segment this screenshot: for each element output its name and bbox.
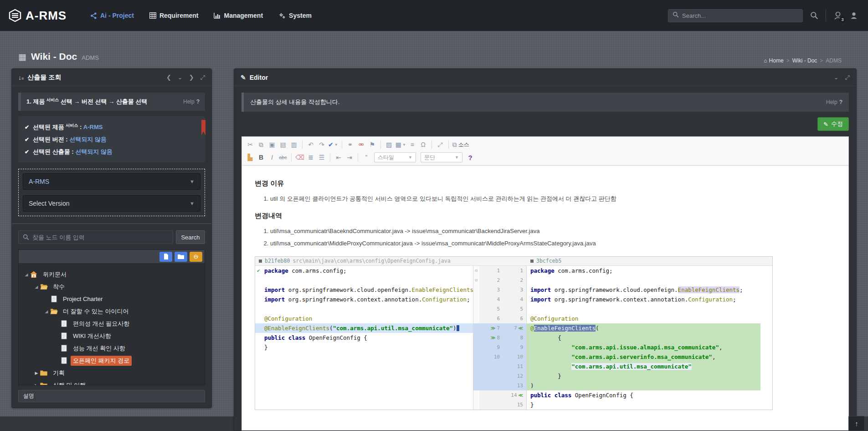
outdent-icon[interactable]: ⇤ (333, 152, 344, 162)
table-icon[interactable]: ▦▼ (395, 140, 407, 150)
unlink-icon[interactable]: ⚮ (356, 140, 367, 150)
node-search-input[interactable] (32, 234, 169, 241)
tree-node-item[interactable]: ◢착수 (21, 280, 202, 293)
version-dropdown[interactable]: Select Version ▼ (23, 195, 200, 212)
tree-node-item[interactable]: ◢더 잘할 수 있는 아이디어 (21, 305, 202, 317)
open-folder-button[interactable] (175, 252, 187, 262)
right-line-number: 12 (503, 371, 527, 381)
expand-icon[interactable]: ⤢ (200, 74, 205, 81)
product-dropdown[interactable]: A-RMS ▼ (23, 173, 200, 190)
bookmark-ribbon (201, 120, 205, 135)
cut-icon[interactable]: ✂ (245, 140, 256, 150)
horizontal-line-icon[interactable]: ≡ (407, 140, 418, 150)
user-icon[interactable] (850, 11, 858, 20)
redo-icon[interactable]: ↷ (316, 140, 327, 150)
source-icon[interactable]: ⧉소스 (452, 140, 470, 150)
link-icon[interactable]: ⚭ (345, 140, 356, 150)
collapse-arrow-icon[interactable]: ◢ (23, 272, 30, 277)
diff-row: 13) (255, 381, 772, 390)
blockquote-icon[interactable]: ” (361, 152, 372, 162)
table-icon (149, 12, 156, 19)
chevron-down-icon[interactable]: ⌄ (834, 74, 839, 81)
image-icon[interactable]: ▨ (384, 140, 395, 150)
diff-right-code: package com.arms.config; (527, 266, 772, 275)
breadcrumb-item[interactable]: Wiki - Doc (792, 57, 817, 64)
add-document-button[interactable] (159, 252, 172, 262)
spellcheck-icon[interactable]: ✔▼ (327, 140, 339, 150)
anchor-icon[interactable]: ⚑ (367, 140, 378, 150)
paste-text-icon[interactable]: ▤ (277, 140, 288, 150)
selection-row: ✔선택된 제품 서비스 : A-RMS (25, 121, 199, 133)
tree-node-item[interactable]: ▶실행 및 이행 (21, 379, 202, 385)
about-help-icon[interactable]: ? (465, 152, 476, 162)
tree-node-item[interactable]: ▶기획 (21, 367, 202, 379)
remove-button[interactable]: ⊖ (190, 252, 202, 262)
collapse-left-icon[interactable]: ❮ (166, 74, 171, 81)
strikethrough-icon[interactable]: abc (277, 152, 288, 162)
fold-gutter (473, 343, 479, 352)
global-search-input[interactable] (682, 12, 798, 19)
content-heading-change-reason: 변경 이유 (255, 179, 836, 188)
undo-icon[interactable]: ↶ (305, 140, 316, 150)
diff-right-code: ) (527, 381, 772, 390)
nav-item-ai-project[interactable]: Ai - Project (90, 12, 134, 19)
left-line-number: 5 (479, 304, 503, 314)
collapse-arrow-icon[interactable]: ◢ (43, 309, 50, 314)
maximize-icon[interactable]: ⤢ (435, 140, 446, 150)
blocks-icon[interactable]: ▙ (245, 152, 256, 162)
indent-icon[interactable]: ⇥ (344, 152, 355, 162)
help-link[interactable]: Help? (826, 99, 842, 105)
italic-icon[interactable]: I (267, 152, 277, 162)
remove-format-icon[interactable]: ⌫ (294, 152, 305, 162)
paste-word-icon[interactable]: ▥ (288, 140, 299, 150)
diff-left-code: public class OpenFeignConfig { (255, 333, 473, 343)
change-history-list: util\msa_communicatr\BacekndCommunicator… (270, 227, 836, 248)
apply-change-icon[interactable]: ≫ (491, 333, 495, 343)
collapse-right-icon[interactable]: ❯ (189, 74, 194, 81)
expand-arrow-icon[interactable]: ▶ (33, 371, 40, 375)
tree-node-item[interactable]: 편의성 개선 필요사항 (21, 317, 202, 330)
chevron-down-icon[interactable]: ⌄ (178, 74, 183, 81)
bold-icon[interactable]: B (256, 152, 267, 162)
grid-icon: ▦ (18, 52, 26, 62)
paragraph-format-dropdown[interactable]: 문단▼ (421, 152, 462, 162)
revert-change-icon[interactable]: ≪ (519, 323, 523, 333)
help-link[interactable]: Help? (183, 99, 200, 105)
app-logo[interactable]: A-RMS (8, 9, 77, 23)
collapse-arrow-icon[interactable]: ◢ (33, 285, 40, 289)
bulleted-list-icon[interactable]: ☰ (316, 152, 327, 162)
expand-arrow-icon[interactable]: ▶ (33, 383, 40, 385)
description-bar[interactable]: 설명 (18, 390, 205, 402)
copy-icon[interactable]: ⧉ (256, 140, 267, 150)
nav-item-management[interactable]: Management (214, 12, 263, 19)
special-char-icon[interactable]: Ω (418, 140, 429, 150)
expand-icon[interactable]: ⤢ (845, 74, 850, 81)
notification-badge: 3 (839, 16, 846, 23)
numbered-list-icon[interactable]: ≣ (305, 152, 316, 162)
tree-node-item[interactable]: WIKI 개선사항 (21, 330, 202, 342)
paste-icon[interactable]: ▣ (267, 140, 277, 150)
fold-gutter (473, 371, 479, 381)
nav-item-system[interactable]: System (278, 12, 312, 19)
revert-change-icon[interactable]: ≪ (519, 390, 523, 400)
tree-node-item[interactable]: 성능 개선 확인 사항 (21, 342, 202, 354)
apply-change-icon[interactable]: ≫ (491, 323, 495, 333)
diff-row: public class OpenFeignConfig {≫88 { (255, 333, 772, 343)
nav-item-requirement[interactable]: Requirement (149, 12, 199, 19)
diff-left-code: ✔package com.arms.config; (255, 266, 473, 275)
tree-node-label: Project Charter (61, 295, 105, 303)
search-submit-icon[interactable] (810, 11, 818, 20)
tree-node-item[interactable]: ◢위키문서 (21, 268, 202, 280)
diff-left-code: @EnableFeignClients("com.arms.api.util.m… (255, 323, 473, 333)
scroll-to-top-button[interactable]: ↑ (848, 416, 865, 431)
styles-dropdown[interactable]: 스타일▼ (374, 152, 416, 162)
node-search-button[interactable]: Search (176, 230, 205, 244)
wiki-tree: ◢위키문서◢착수Project Charter◢더 잘할 수 있는 아이디어편의… (19, 264, 205, 385)
list-item: util\msa_communicatr\BacekndCommunicator… (270, 227, 836, 236)
tree-node-selected[interactable]: 오픈페인 패키지 경로 (21, 354, 202, 367)
breadcrumb-item[interactable]: ⌂ Home (764, 57, 783, 64)
notifications-icon[interactable]: 3 (833, 11, 842, 20)
edit-button[interactable]: ✎ 수정 (817, 117, 849, 131)
editor-content[interactable]: 변경 이유 util 의 오픈페인 클라이언트가 공통적인 서비스 영역으로 있… (242, 166, 848, 430)
tree-node-item[interactable]: Project Charter (21, 293, 202, 305)
